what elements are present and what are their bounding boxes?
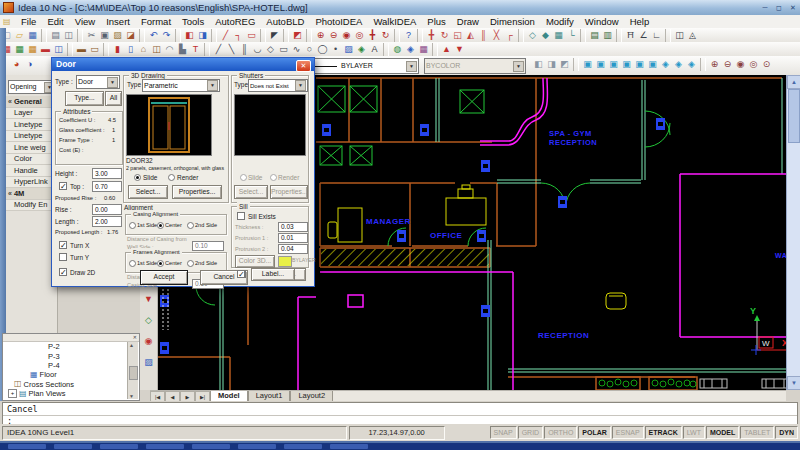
slab-icon[interactable]: ▬ — [39, 43, 52, 56]
rotate-icon[interactable]: ↻ — [438, 29, 451, 42]
scrollbar-thumb[interactable] — [129, 366, 138, 380]
turn-y-checkbox[interactable] — [59, 253, 67, 261]
view-front-icon[interactable]: ▣ — [633, 58, 646, 71]
menu-autoreg[interactable]: AutoREG — [210, 16, 261, 27]
canvas-scrollbar[interactable]: ▲ ▼ — [786, 75, 800, 390]
print-preview-icon[interactable]: ◫ — [62, 29, 75, 42]
taskbar-button[interactable] — [284, 444, 322, 449]
status-toggle-lwt[interactable]: LWT — [683, 426, 705, 439]
prop-group-4m[interactable]: « 4M — [6, 188, 57, 200]
scroll-up-icon[interactable]: ▲ — [787, 75, 800, 89]
draw-2d-checkbox[interactable]: ✓ — [59, 268, 67, 276]
bld-grid-icon[interactable]: ◫ — [52, 43, 65, 56]
draw-mline-icon[interactable]: ║ — [238, 43, 251, 56]
properties-button[interactable]: Properties... — [172, 185, 222, 199]
slide-radio[interactable] — [134, 174, 141, 181]
close-icon[interactable]: ✕ — [133, 334, 137, 340]
tree-panel-header[interactable]: ✕ — [3, 334, 139, 342]
tree-item-p4[interactable]: P-4 — [4, 361, 126, 370]
menu-autobld[interactable]: AutoBLD — [261, 16, 310, 27]
length-field[interactable]: 2.00 — [92, 216, 122, 227]
frames-1st-side-radio[interactable] — [129, 260, 136, 267]
linetype-combo[interactable]: BYLAYER ▼ — [305, 58, 419, 74]
status-toggle-dyn[interactable]: DYN — [775, 426, 798, 439]
move-icon[interactable]: ╋ — [425, 29, 438, 42]
zoom2-out-icon[interactable]: ⊖ — [721, 58, 734, 71]
scroll-down-icon[interactable]: ▼ — [787, 376, 800, 390]
menu-insert[interactable]: Insert — [101, 16, 136, 27]
scroll-down-icon[interactable]: ▼ — [129, 393, 134, 399]
close-icon[interactable]: ✕ — [786, 4, 800, 12]
line-icon[interactable]: ╱ — [219, 29, 232, 42]
draw-polygon-icon[interactable]: ◇ — [264, 43, 277, 56]
chevron-down-icon[interactable]: ▼ — [107, 77, 118, 88]
xref-icon[interactable]: ▦ — [417, 43, 430, 56]
status-toggle-esnap[interactable]: ESNAP — [612, 426, 644, 439]
menu-tools[interactable]: Tools — [177, 16, 210, 27]
top-field[interactable]: 0.70 — [92, 181, 122, 192]
frames-2nd-side-radio[interactable] — [187, 260, 194, 267]
dialog-title-bar[interactable]: Door — [52, 58, 314, 71]
status-toggle-polar[interactable]: POLAR — [578, 426, 611, 439]
beam-icon[interactable]: ▯ — [124, 43, 137, 56]
wall-2-icon[interactable]: ▭ — [88, 43, 101, 56]
tree-item-p3[interactable]: P-3 — [4, 351, 126, 360]
ucs-tool-icon[interactable]: ∟ — [650, 29, 663, 42]
turn-x-checkbox[interactable]: ✓ — [59, 241, 67, 249]
paste-icon[interactable]: ▨ — [111, 29, 124, 42]
menu-draw[interactable]: Draw — [451, 16, 484, 27]
stats-pie-icon[interactable]: ◕ — [10, 58, 23, 71]
layer-state-icon[interactable]: ▥ — [601, 29, 614, 42]
level-down-icon[interactable]: ▼ — [453, 43, 466, 56]
status-toggle-ortho[interactable]: ORTHO — [544, 426, 577, 439]
prop-group-general[interactable]: « General — [6, 96, 57, 108]
ortho-icon[interactable]: └ — [565, 29, 578, 42]
zoom2-window-icon[interactable]: ◉ — [734, 58, 747, 71]
grid-icon[interactable]: ▦ — [552, 29, 565, 42]
label-checkbox[interactable]: ✓ — [237, 270, 245, 278]
prop-handle[interactable]: Handle — [6, 165, 57, 177]
view-iso-se-icon[interactable]: ◈ — [672, 58, 685, 71]
draw-xline-icon[interactable]: ╲ — [225, 43, 238, 56]
prop-linetype[interactable]: Linetype — [6, 119, 57, 131]
tree-item-plan-views[interactable]: + ▤ Plan Views — [4, 389, 126, 398]
menu-edit[interactable]: Edit — [42, 16, 69, 27]
frames-center-radio[interactable] — [157, 260, 164, 267]
print-icon[interactable]: ▤ — [49, 29, 62, 42]
prop-layer[interactable]: Layer — [6, 108, 57, 120]
stairs-icon[interactable]: ▙ — [176, 43, 189, 56]
scroll-up-icon[interactable]: ▲ — [129, 342, 134, 348]
sill-exists-checkbox[interactable] — [237, 212, 245, 220]
menu-help[interactable]: Help — [624, 16, 655, 27]
trim-icon[interactable]: ╳ — [490, 29, 503, 42]
prop-hyperlink[interactable]: HyperLink — [6, 177, 57, 189]
stats-pie2-icon[interactable]: ◑ — [23, 58, 36, 71]
draw-rect-icon[interactable]: ▭ — [277, 43, 290, 56]
draw-arc-icon[interactable]: ◡ — [251, 43, 264, 56]
view-bottom-icon[interactable]: ▣ — [594, 58, 607, 71]
tree-scrollbar[interactable]: ▲ ▼ — [127, 342, 138, 399]
rectangle-icon[interactable]: ▭ — [245, 29, 258, 42]
entity-selector[interactable]: Opening ▼ — [8, 80, 57, 94]
v-poly-icon[interactable]: ◇ — [142, 314, 155, 327]
status-toggle-tablet[interactable]: TABLET — [740, 426, 774, 439]
tree-item-cross-sections[interactable]: ◫ Cross Sections — [4, 380, 126, 389]
match-props-icon[interactable]: ◪ — [124, 29, 137, 42]
protrusion-1-field[interactable]: 0.01 — [278, 233, 308, 243]
tree-item-floor[interactable]: ▦ Floor — [4, 370, 126, 379]
scrollbar-thumb[interactable] — [788, 89, 800, 143]
taskbar-button[interactable] — [192, 444, 230, 449]
expander-icon[interactable]: + — [8, 389, 17, 398]
title-bar[interactable]: Idea 10 NG - [C:\4M\IDEA\Top 10 reasons\… — [0, 0, 800, 16]
view-iso-sw-icon[interactable]: ◈ — [659, 58, 672, 71]
prop-color[interactable]: Color — [6, 154, 57, 166]
menu-photoidea[interactable]: PhotoIDEA — [310, 16, 368, 27]
taskbar-button[interactable] — [54, 444, 92, 449]
undo-icon[interactable]: ↶ — [147, 29, 160, 42]
status-toggle-grid[interactable]: GRID — [518, 426, 544, 439]
save-icon[interactable]: ▦ — [26, 29, 39, 42]
taskbar-button[interactable] — [8, 444, 46, 449]
v-target-icon[interactable]: ◉ — [142, 335, 155, 348]
bld-green-icon[interactable]: ▦ — [13, 43, 26, 56]
scale-icon[interactable]: ◱ — [451, 29, 464, 42]
